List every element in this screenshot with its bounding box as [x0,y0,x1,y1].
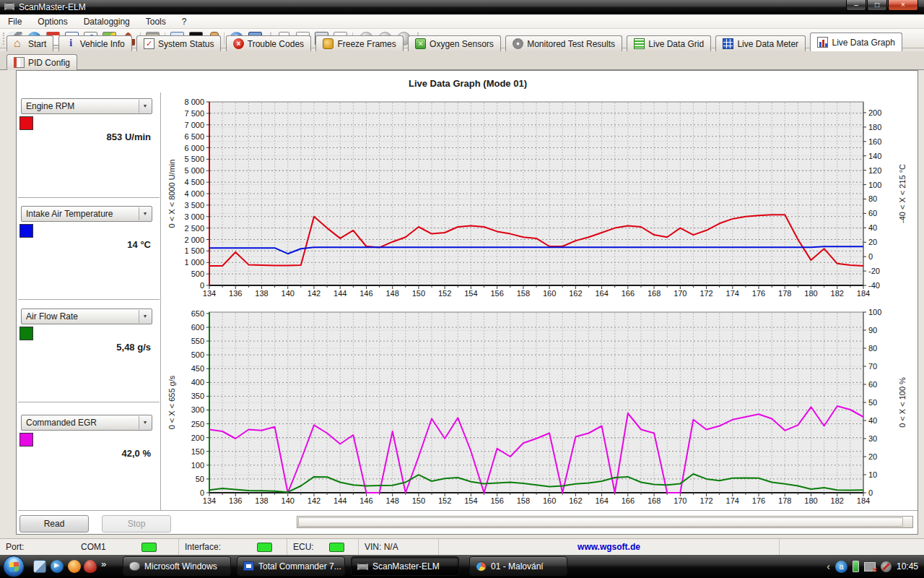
tab-trouble-codes[interactable]: ×Trouble Codes [226,35,311,51]
svg-text:500: 500 [191,269,204,278]
tab-monitored-test-results[interactable]: Monitored Test Results [505,35,622,51]
read-button[interactable]: Read [19,515,89,532]
svg-text:178: 178 [778,289,791,298]
tab-live-data-grid[interactable]: Live Data Grid [627,35,711,51]
interface-led [257,543,272,552]
panel-divider [18,402,160,402]
svg-text:2 000: 2 000 [184,236,204,244]
svg-text:154: 154 [464,496,477,505]
menu-file[interactable]: File [0,15,30,28]
svg-text:400: 400 [191,378,204,387]
svg-text:200: 200 [868,108,881,117]
port-led [141,543,157,552]
svg-text:146: 146 [359,289,372,298]
launcher-orange-icon[interactable] [68,560,81,573]
svg-text:550: 550 [191,337,204,345]
tab-label: PID Config [28,58,70,68]
svg-text:136: 136 [229,289,242,298]
pid-select-1-value: Engine RPM [26,101,74,111]
tab-oxygen-sensors[interactable]: ✕Oxygen Sensors [408,35,501,51]
quick-launch-more-icon[interactable]: » [101,558,106,569]
taskbar-button-total-commander[interactable]: Total Commander 7... [237,556,345,576]
svg-text:200: 200 [191,434,204,442]
minimize-button[interactable]: – [846,0,866,11]
series-color-swatch-4 [19,433,33,447]
svg-text:30: 30 [868,434,877,443]
svg-text:100: 100 [868,181,881,189]
launcher-red-icon[interactable] [84,560,97,573]
svg-text:174: 174 [726,496,739,505]
graph-icon [817,37,828,48]
chevron-down-icon[interactable]: ▼ [139,416,151,429]
pid-select-3[interactable]: Air Flow Rate ▼ [21,309,152,324]
taskbar-button-label: Total Commander 7... [258,561,341,571]
sound-muted-icon[interactable] [881,561,892,572]
svg-text:134: 134 [203,289,216,298]
show-desktop-icon[interactable] [33,560,46,573]
chevron-down-icon[interactable]: ▼ [139,207,151,220]
taskbar-button-microsoft-windows[interactable]: Microsoft Windows [123,556,231,576]
close-button[interactable]: × [888,0,918,11]
svg-text:4 500: 4 500 [184,178,204,186]
svg-text:160: 160 [868,137,881,146]
menu-datalogging[interactable]: Datalogging [76,15,138,28]
svg-text:-40: -40 [868,281,880,290]
start-button[interactable] [3,556,25,577]
airflow-egr-chart: 6506005505004504003503002502001501005001… [165,304,918,512]
svg-text:140: 140 [868,152,881,160]
meter-icon [723,38,733,49]
chevron-down-icon[interactable]: ▼ [139,100,151,113]
tab-vehicle-info[interactable]: iVehicle Info [58,35,132,51]
tab-label: Trouble Codes [248,39,304,49]
chevron-down-icon[interactable]: ▼ [139,310,151,323]
menu-tools[interactable]: Tools [138,15,174,28]
tab-label: Live Data Graph [832,38,894,48]
svg-text:450: 450 [191,364,204,373]
tab-pid-config[interactable]: PID Config [6,54,77,70]
tab-start[interactable]: ⌂Start [6,35,53,51]
graph-scrollbar[interactable] [297,516,913,528]
svg-text:170: 170 [674,289,687,298]
media-player-icon[interactable] [51,560,64,573]
network-disconnected-icon[interactable] [864,562,876,571]
maximize-button[interactable]: □ [867,0,887,11]
tab-live-data-meter[interactable]: Live Data Meter [715,35,806,51]
tray-chevron-icon[interactable]: ‹ [827,561,830,572]
oxygen-icon: ✕ [415,38,426,49]
interface-label: Interface: [185,542,221,552]
pid-select-1[interactable]: Engine RPM ▼ [21,98,152,114]
tab-live-data-graph[interactable]: Live Data Graph [810,33,902,51]
taskbar-button-scanmaster[interactable]: ScanMaster-ELM [351,556,459,576]
series-color-swatch-2 [19,224,33,238]
status-link-segment: www.wgsoft.de [439,539,780,556]
svg-text:156: 156 [490,289,503,298]
svg-text:150: 150 [412,496,425,505]
svg-text:50: 50 [196,475,204,483]
vin-value: VIN: N/A [365,542,398,552]
tab-label: System Status [158,39,214,49]
pid-select-4[interactable]: Commanded EGR ▼ [21,415,152,431]
svg-text:140: 140 [282,496,295,505]
stop-button[interactable]: Stop [102,515,171,532]
series-color-swatch-1 [19,116,33,130]
svg-text:-20: -20 [868,267,880,275]
tab-system-status[interactable]: ✓System Status [136,35,221,51]
menu-options[interactable]: Options [30,15,75,28]
tab-freeze-frames[interactable]: Freeze Frames [315,35,403,51]
svg-text:4 000: 4 000 [184,189,204,198]
svg-text:170: 170 [674,496,687,505]
language-a-icon[interactable]: a [835,561,847,573]
graph-scrollbar-thumb[interactable] [298,517,903,527]
svg-text:148: 148 [386,496,399,505]
pid-select-2[interactable]: Intake Air Temperature ▼ [21,206,152,222]
page-title: Live Data Graph (Mode 01) [17,78,919,89]
svg-text:20: 20 [868,452,877,461]
battery-icon[interactable] [853,561,859,572]
website-link[interactable]: www.wgsoft.de [439,542,779,552]
svg-text:3 500: 3 500 [184,201,204,210]
gear-icon [513,38,523,49]
svg-text:90: 90 [868,326,877,335]
taskbar-button-malovani[interactable]: 01 - Malování [469,556,567,576]
menu-help[interactable]: ? [174,15,195,28]
info-icon: i [66,38,77,49]
